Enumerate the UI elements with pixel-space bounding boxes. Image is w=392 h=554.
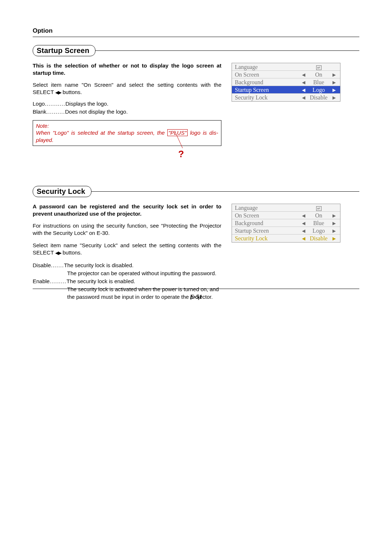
left-arrow-icon: ◀ <box>299 213 307 219</box>
osd-menu-row: Security Lock◀Disable▶ <box>232 235 340 242</box>
select-arrows-icon: ◀▶ <box>55 89 61 96</box>
dots: ......... <box>50 278 67 285</box>
option-logo: Logo ........... Displays the logo. <box>33 100 221 107</box>
right-arrow-icon: ▶ <box>330 72 338 78</box>
osd-menu-value: Logo <box>307 228 330 234</box>
osd-menu-row: Startup Screen◀Logo▶ <box>232 86 340 94</box>
footer-rule <box>33 289 359 289</box>
osd-menu-row: Startup Screen◀Logo▶ <box>232 227 340 235</box>
note-title: Note: <box>36 122 218 130</box>
dots: .......... <box>46 108 65 115</box>
security-intro: A password can be registered and the sec… <box>33 203 221 218</box>
osd-menu-row: On Screen◀On▶ <box>232 71 340 78</box>
security-right: Language↵On Screen◀On▶Background◀Blue▶St… <box>232 203 359 305</box>
right-arrow-icon: ▶ <box>330 80 338 85</box>
section-rule <box>91 191 359 192</box>
left-arrow-icon: ◀ <box>299 87 307 93</box>
osd-menu-row: Language↵ <box>232 204 340 212</box>
header-rule <box>33 37 359 37</box>
page-header-title: Option <box>33 27 359 34</box>
option-enable-desc: The security lock is enabled. <box>66 278 221 285</box>
osd-menu-label: Startup Screen <box>235 87 299 93</box>
security-two-col: A password can be registered and the sec… <box>33 203 359 305</box>
option-blank: Blank .......... Does not display the lo… <box>33 108 221 115</box>
osd-menu-value: On <box>307 72 330 78</box>
note-text: When "Logo" is selected at the startup s… <box>36 129 218 143</box>
osd-menu-row: Background◀Blue▶ <box>232 219 340 227</box>
right-arrow-icon: ▶ <box>330 87 338 93</box>
enter-icon: ↵ <box>316 65 322 70</box>
option-logo-term: Logo <box>33 100 45 107</box>
note-pre: When "Logo" is selected at the startup s… <box>36 130 167 136</box>
security-body2-b: buttons. <box>61 249 82 256</box>
startup-left: This is the selection of whether or not … <box>33 62 221 146</box>
osd-menu-startup: Language↵On Screen◀On▶Background◀Blue▶St… <box>232 63 340 102</box>
osd-menu-label: On Screen <box>235 212 299 219</box>
security-body2: Select item name "Security Lock" and sel… <box>33 242 221 257</box>
note-box: Note: When "Logo" is selected at the sta… <box>33 120 221 146</box>
osd-menu-security: Language↵On Screen◀On▶Background◀Blue▶St… <box>232 204 340 243</box>
osd-menu-label: Language <box>235 64 299 70</box>
osd-menu-value: Disable <box>307 235 330 242</box>
osd-menu-label: Background <box>235 220 299 227</box>
dots: ....... <box>51 262 64 269</box>
startup-intro: This is the selection of whether or not … <box>33 62 221 77</box>
osd-menu-label: Language <box>235 205 299 211</box>
page-number: E-51 <box>0 293 392 301</box>
left-arrow-icon: ◀ <box>299 236 307 241</box>
section-title-security: Security Lock <box>33 186 91 197</box>
startup-body: Select item name "On Screen" and select … <box>33 81 221 96</box>
osd-menu-value: Disable <box>307 94 330 101</box>
option-logo-desc: Displays the logo. <box>65 100 221 107</box>
dots: ........... <box>45 100 65 107</box>
osd-menu-label: Background <box>235 79 299 86</box>
option-blank-term: Blank <box>33 108 46 115</box>
right-arrow-icon: ▶ <box>330 228 338 234</box>
osd-menu-value: Logo <box>307 87 330 93</box>
note-plus-box: "PLUS" <box>167 129 188 136</box>
osd-menu-value: Blue <box>307 220 330 227</box>
osd-menu-label: Security Lock <box>235 235 299 242</box>
right-arrow-icon: ▶ <box>330 95 338 101</box>
security-body1: For instructions on using the security f… <box>33 222 221 237</box>
osd-menu-row: Background◀Blue▶ <box>232 78 340 86</box>
osd-menu-label: On Screen <box>235 72 299 78</box>
osd-menu-value: ↵ <box>307 64 330 70</box>
osd-menu-value: ↵ <box>307 205 330 211</box>
osd-menu-row: Security Lock◀Disable▶ <box>232 94 340 101</box>
osd-menu-label: Security Lock <box>235 94 299 101</box>
osd-menu-row: On Screen◀On▶ <box>232 212 340 219</box>
osd-menu-value: Blue <box>307 79 330 86</box>
right-arrow-icon: ▶ <box>330 213 338 219</box>
option-enable: Enable ......... The security lock is en… <box>33 278 221 285</box>
option-disable: Disable ....... The security lock is dis… <box>33 262 221 269</box>
startup-two-col: This is the selection of whether or not … <box>33 62 359 146</box>
option-enable-term: Enable <box>33 278 50 285</box>
left-arrow-icon: ◀ <box>299 80 307 85</box>
option-blank-desc: Does not display the logo. <box>65 108 221 115</box>
section-header-startup: Startup Screen <box>33 45 359 56</box>
enter-icon: ↵ <box>316 206 322 211</box>
option-disable-term: Disable <box>33 262 51 269</box>
option-disable-desc: The security lock is disabled. <box>64 262 221 269</box>
osd-menu-label: Startup Screen <box>235 228 299 234</box>
section-rule <box>95 50 359 51</box>
right-arrow-icon: ▶ <box>330 221 338 226</box>
osd-menu-row: Language↵ <box>232 63 340 71</box>
right-arrow-icon: ▶ <box>330 236 338 241</box>
select-arrows-icon: ◀▶ <box>55 250 61 256</box>
security-left: A password can be registered and the sec… <box>33 203 221 305</box>
startup-right: Language↵On Screen◀On▶Background◀Blue▶St… <box>232 62 359 146</box>
left-arrow-icon: ◀ <box>299 228 307 234</box>
section-title-startup: Startup Screen <box>33 45 95 56</box>
left-arrow-icon: ◀ <box>299 221 307 226</box>
startup-body-b: buttons. <box>61 89 82 95</box>
startup-options: Logo ........... Displays the logo. Blan… <box>33 100 221 116</box>
section-header-security: Security Lock <box>33 186 359 197</box>
option-disable-more: The projector can be operated without in… <box>33 270 221 277</box>
left-arrow-icon: ◀ <box>299 95 307 101</box>
left-arrow-icon: ◀ <box>299 72 307 78</box>
osd-menu-value: On <box>307 212 330 219</box>
